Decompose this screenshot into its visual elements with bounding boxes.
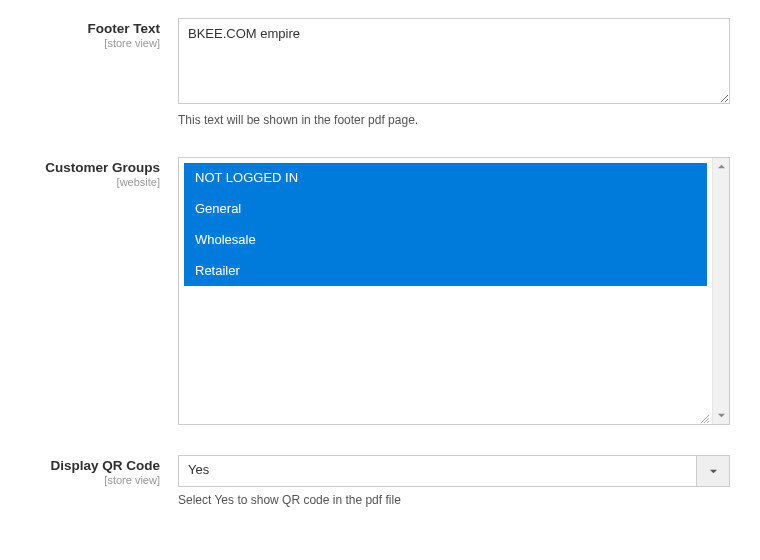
- chevron-down-icon: [709, 467, 718, 476]
- display-qr-value: Yes: [178, 455, 696, 487]
- label-col: Customer Groups [website]: [18, 157, 178, 188]
- scroll-up-icon[interactable]: [713, 158, 729, 175]
- multiselect-inner: NOT LOGGED IN General Wholesale Retailer: [179, 158, 712, 424]
- customer-groups-multiselect[interactable]: NOT LOGGED IN General Wholesale Retailer: [178, 157, 730, 425]
- select-dropdown-button[interactable]: [696, 455, 730, 487]
- label-col: Display QR Code [store view]: [18, 455, 178, 486]
- footer-text-input[interactable]: [178, 18, 730, 104]
- option-wholesale[interactable]: Wholesale: [184, 225, 707, 256]
- label-col: Footer Text [store view]: [18, 18, 178, 49]
- row-display-qr: Display QR Code [store view] Yes Select …: [18, 455, 730, 507]
- row-customer-groups: Customer Groups [website] NOT LOGGED IN …: [18, 157, 730, 425]
- multiselect-scrollbar[interactable]: [712, 158, 729, 424]
- display-qr-label: Display QR Code: [18, 458, 160, 473]
- footer-text-label: Footer Text: [18, 21, 160, 36]
- scroll-down-icon[interactable]: [713, 407, 729, 424]
- resize-handle-icon: [700, 412, 710, 422]
- field-col: Yes Select Yes to show QR code in the pd…: [178, 455, 730, 507]
- customer-groups-label: Customer Groups: [18, 160, 160, 175]
- option-general[interactable]: General: [184, 194, 707, 225]
- footer-text-scope: [store view]: [18, 37, 160, 49]
- row-footer-text: Footer Text [store view] This text will …: [18, 18, 730, 127]
- field-col: NOT LOGGED IN General Wholesale Retailer: [178, 157, 730, 425]
- footer-text-wrap: [178, 18, 730, 107]
- display-qr-scope: [store view]: [18, 474, 160, 486]
- footer-text-help: This text will be shown in the footer pd…: [178, 113, 730, 127]
- customer-groups-scope: [website]: [18, 176, 160, 188]
- multiselect-options: NOT LOGGED IN General Wholesale Retailer: [179, 158, 712, 291]
- display-qr-select[interactable]: Yes: [178, 455, 730, 487]
- option-retailer[interactable]: Retailer: [184, 256, 707, 287]
- option-not-logged-in[interactable]: NOT LOGGED IN: [184, 163, 707, 194]
- field-col: This text will be shown in the footer pd…: [178, 18, 730, 127]
- display-qr-help: Select Yes to show QR code in the pdf fi…: [178, 493, 730, 507]
